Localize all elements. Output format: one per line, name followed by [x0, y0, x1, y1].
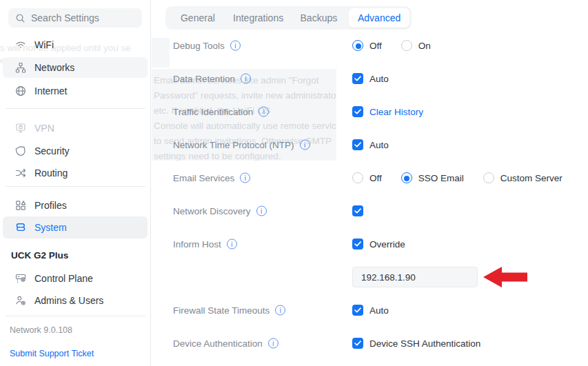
search-input[interactable]: Search Settings — [8, 8, 142, 28]
sidebar-item-label: Control Plane — [34, 273, 93, 284]
system-icon — [15, 222, 26, 233]
row-label: Traffic Identification — [173, 107, 253, 117]
sidebar-item-label: System — [34, 222, 67, 233]
clear-history-link[interactable]: Clear History — [369, 107, 423, 117]
check-icon — [354, 109, 361, 114]
checkbox-label: Auto — [369, 140, 389, 150]
shield-icon — [15, 145, 26, 156]
checkbox-label: Override — [369, 239, 405, 250]
row-label: Device Authentication — [173, 338, 263, 349]
info-icon[interactable]: i — [241, 74, 251, 84]
checkbox-override[interactable]: Override — [352, 238, 405, 250]
sidebar-item-label: Internet — [34, 85, 67, 96]
sidebar-item-networks[interactable]: Networks — [3, 57, 148, 78]
checkbox[interactable] — [352, 338, 363, 349]
sidebar-item-profiles[interactable]: Profiles — [0, 195, 150, 216]
sidebar-item-admins-users[interactable]: Admins & Users — [0, 290, 150, 311]
check-icon — [354, 307, 361, 313]
sidebar-item-wifi[interactable]: WiFi — [0, 34, 150, 55]
vpn-icon — [15, 123, 26, 134]
settings-row-inform-host: Inform Hosti Override — [151, 227, 588, 261]
device-section-title: UCK G2 Plus — [11, 250, 68, 261]
check-icon — [354, 208, 361, 214]
sidebar-item-internet[interactable]: Internet — [0, 81, 150, 101]
info-icon[interactable]: i — [230, 41, 241, 51]
radio-on[interactable]: On — [401, 40, 431, 51]
info-icon[interactable]: i — [300, 140, 310, 150]
sidebar-item-system[interactable]: System — [3, 216, 148, 238]
radio-off[interactable]: Off — [352, 40, 382, 51]
checkbox[interactable] — [352, 106, 363, 117]
checkbox-network-discovery[interactable] — [352, 205, 363, 216]
radio-sso-email[interactable]: SSO Email — [401, 172, 464, 183]
checkbox[interactable] — [352, 73, 363, 84]
settings-page: s will not be applied until you se e gat… — [0, 0, 588, 366]
radio-label: Custom Server — [500, 173, 562, 183]
globe-icon — [15, 85, 26, 96]
profiles-icon — [15, 200, 26, 211]
radio-off[interactable]: Off — [352, 172, 382, 183]
sidebar-item-label: Security — [34, 145, 70, 156]
routing-icon — [15, 167, 26, 179]
info-icon[interactable]: i — [240, 173, 250, 183]
tab-advanced[interactable]: Advanced — [349, 8, 409, 28]
checkbox-auto[interactable]: Auto — [352, 139, 389, 150]
settings-row-device-authentication: Device Authenticationi Device SSH Authen… — [151, 327, 588, 360]
checkbox-traffic-identification[interactable]: Clear History — [352, 106, 423, 117]
checkbox-auto[interactable]: Auto — [352, 305, 389, 316]
info-icon[interactable]: i — [256, 206, 267, 216]
settings-row-data-retention: Data Retentioni Auto — [151, 62, 588, 95]
networks-icon — [15, 62, 26, 73]
checkbox[interactable] — [352, 139, 363, 150]
sidebar-item-security[interactable]: Security — [0, 141, 150, 161]
row-label: Debug Tools — [173, 41, 225, 51]
radio-circle[interactable] — [401, 40, 412, 51]
info-icon[interactable]: i — [268, 338, 278, 349]
admins-users-icon — [15, 295, 26, 306]
settings-row-traffic-identification: Traffic Identificationi Clear History — [151, 95, 588, 128]
search-icon — [15, 13, 26, 23]
settings-tabbar: General Integrations Backups Advanced — [165, 6, 412, 30]
row-label: Network Discovery — [173, 206, 251, 216]
tab-backups[interactable]: Backups — [289, 8, 349, 28]
row-label: Email Services — [173, 173, 234, 183]
checkbox[interactable] — [352, 238, 363, 250]
sidebar-item-label: Profiles — [34, 200, 67, 211]
radio-custom-server[interactable]: Custom Server — [483, 172, 562, 183]
sidebar-item-vpn[interactable]: VPN — [0, 118, 150, 139]
checkbox-auto[interactable]: Auto — [352, 73, 389, 84]
settings-row-network-discovery: Network Discoveryi — [151, 194, 588, 227]
sidebar-item-label: VPN — [34, 123, 54, 134]
check-icon — [354, 142, 361, 148]
radio-circle[interactable] — [483, 172, 494, 183]
divider — [6, 108, 145, 109]
info-icon[interactable]: i — [275, 305, 285, 316]
radio-circle[interactable] — [352, 40, 363, 51]
radio-circle[interactable] — [352, 172, 363, 183]
row-label: Network Time Protocol (NTP) — [173, 140, 294, 150]
tab-general[interactable]: General — [168, 8, 228, 28]
sidebar-item-label: Admins & Users — [34, 295, 103, 306]
settings-row-firewall-state-timeouts: Firewall State Timeoutsi Auto — [151, 294, 588, 327]
sidebar-item-label: Routing — [34, 167, 68, 179]
info-icon[interactable]: i — [227, 239, 237, 250]
tab-integrations[interactable]: Integrations — [228, 8, 289, 28]
row-label: Firewall State Timeouts — [173, 305, 270, 316]
checkbox[interactable] — [352, 205, 363, 216]
sidebar-item-routing[interactable]: Routing — [0, 163, 150, 183]
checkbox-device-ssh-authentication[interactable]: Device SSH Authentication — [352, 338, 480, 349]
radio-circle[interactable] — [401, 172, 412, 183]
divider — [6, 186, 145, 187]
inform-host-input[interactable] — [352, 267, 478, 287]
wifi-icon — [15, 39, 26, 50]
radio-label: On — [418, 41, 431, 51]
settings-row-email-services: Email Servicesi Off SSO Email Custom Ser… — [151, 161, 588, 194]
submit-support-ticket-link[interactable]: Submit Support Ticket — [10, 349, 94, 358]
settings-row-debug-tools: Debug Toolsi Off On — [151, 29, 588, 62]
sidebar-item-label: WiFi — [34, 39, 54, 50]
info-icon[interactable]: i — [258, 107, 269, 117]
checkbox-label: Auto — [369, 305, 389, 316]
app-version: Network 9.0.108 — [10, 325, 72, 335]
checkbox[interactable] — [352, 305, 363, 316]
sidebar-item-control-plane[interactable]: Control Plane — [0, 268, 150, 289]
